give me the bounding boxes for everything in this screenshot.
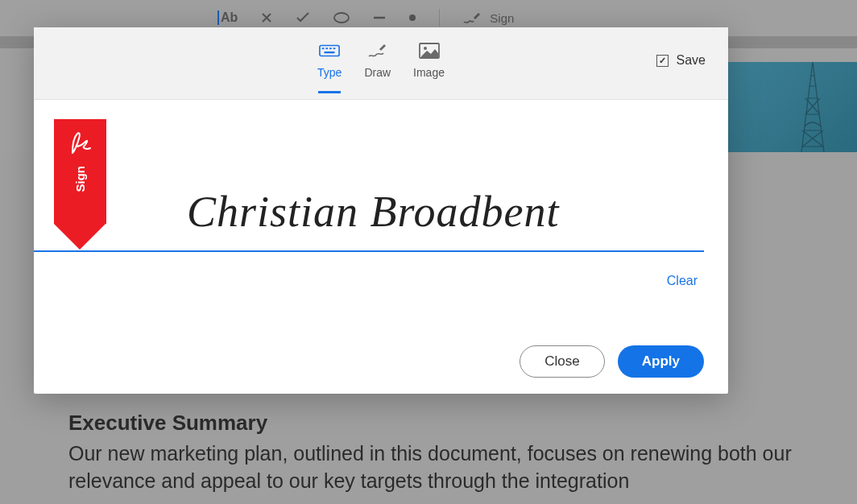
clear-link[interactable]: Clear <box>667 274 698 288</box>
tab-image[interactable]: Image <box>413 42 445 85</box>
tab-image-label: Image <box>413 66 445 79</box>
save-checkbox-label: Save <box>677 53 706 68</box>
save-checkbox[interactable]: ✓ <box>656 55 669 67</box>
signature-underline <box>34 250 704 252</box>
badge-label: Sign <box>73 166 87 192</box>
sign-tool[interactable]: Sign <box>462 10 514 26</box>
doc-heading: Executive Summary <box>68 411 857 436</box>
signature-pen-icon <box>462 10 482 26</box>
dialog-header: Type Draw Image ✓ Save <box>34 27 728 100</box>
adobe-logo-icon <box>66 129 95 158</box>
keyboard-icon <box>319 42 340 60</box>
top-toolbar: Ab Sign <box>0 6 857 29</box>
save-checkbox-wrap[interactable]: ✓ Save <box>656 53 706 68</box>
x-tool-icon[interactable] <box>260 11 273 24</box>
svg-rect-6 <box>329 48 332 49</box>
adobe-sign-badge: Sign <box>54 119 106 250</box>
text-tool-icon[interactable]: Ab <box>217 10 238 25</box>
svg-rect-4 <box>322 48 325 49</box>
sign-tool-label: Sign <box>490 11 514 25</box>
dialog-body: Sign Christian Broadbent Clear <box>34 100 728 329</box>
dot-tool-icon[interactable] <box>408 14 416 22</box>
svg-rect-5 <box>326 48 329 49</box>
tab-type[interactable]: Type <box>317 42 342 85</box>
dialog-footer: Close Apply <box>34 329 728 394</box>
line-tool-icon[interactable] <box>373 11 386 24</box>
draw-pen-icon <box>367 42 388 60</box>
svg-point-10 <box>424 47 427 50</box>
check-tool-icon[interactable] <box>296 11 310 24</box>
signature-tabs: Type Draw Image <box>317 42 445 85</box>
doc-banner-image <box>724 62 857 152</box>
tab-draw-label: Draw <box>364 66 391 79</box>
svg-point-0 <box>334 13 349 23</box>
svg-rect-7 <box>333 48 336 49</box>
tab-type-label: Type <box>317 66 342 79</box>
doc-body-text: Our new marketing plan, outlined in this… <box>68 440 857 495</box>
toolbar-divider <box>439 9 440 27</box>
signature-preview[interactable]: Christian Broadbent <box>187 187 560 237</box>
circle-tool-icon[interactable] <box>333 11 350 24</box>
svg-point-2 <box>409 14 416 21</box>
svg-rect-3 <box>320 46 339 56</box>
close-button[interactable]: Close <box>520 345 604 378</box>
apply-button[interactable]: Apply <box>618 345 704 378</box>
svg-rect-8 <box>325 52 335 53</box>
signature-dialog: Type Draw Image ✓ Save <box>34 27 728 394</box>
image-icon <box>419 42 440 60</box>
tab-draw[interactable]: Draw <box>364 42 391 85</box>
